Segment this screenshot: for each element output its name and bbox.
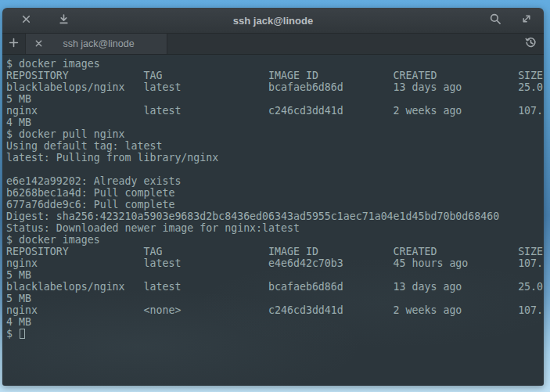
terminal-screen[interactable]: $ docker imagesREPOSITORY TAG IMAGE ID C… [2, 55, 544, 386]
terminal-line: blacklabelops/nginx latest bcafaeb6d86d … [6, 81, 544, 93]
tabbar: ssh jack@linode [2, 34, 544, 55]
terminal-line: 5 MB [6, 93, 544, 105]
titlebar: ssh jack@linode [2, 8, 544, 34]
prompt-line: $ [6, 328, 544, 340]
new-tab-button[interactable] [2, 34, 26, 54]
fullscreen-button[interactable] [520, 14, 533, 27]
resize-diagonal-icon [521, 13, 532, 27]
terminal-line: b6268bec1a4d: Pull complete [6, 187, 544, 199]
terminal-line: 677a76dde9c6: Pull complete [6, 199, 544, 210]
terminal-line: nginx latest c246cd3dd41d 2 weeks ago 10… [6, 105, 544, 117]
prompt-text: $ [6, 328, 19, 340]
terminal-line: e6e142a99202: Already exists [6, 175, 544, 187]
terminal-line: 5 MB [6, 293, 544, 304]
terminal-cursor [20, 329, 25, 339]
terminal-window: ssh jack@linode [2, 8, 544, 386]
terminal-line: nginx latest e4e6d42c70b3 45 hours ago 1… [6, 257, 544, 269]
terminal-line: REPOSITORY TAG IMAGE ID CREATED SIZE [6, 70, 544, 81]
desktop-background: ssh jack@linode [0, 0, 550, 392]
session-history-button[interactable] [522, 34, 539, 54]
terminal-output: $ docker imagesREPOSITORY TAG IMAGE ID C… [6, 58, 544, 328]
terminal-line: $ docker images [6, 234, 544, 246]
search-button[interactable] [489, 14, 501, 27]
terminal-line: REPOSITORY TAG IMAGE ID CREATED SIZE [6, 246, 544, 257]
terminal-line: $ docker images [6, 58, 544, 70]
history-clock-icon [525, 37, 537, 52]
tab-title: ssh jack@linode [46, 38, 167, 49]
close-icon [34, 37, 43, 51]
window-title: ssh jack@linode [2, 15, 544, 27]
split-down-button[interactable] [57, 14, 70, 27]
search-icon [490, 13, 501, 28]
plus-icon [9, 37, 19, 51]
window-close-button[interactable] [20, 14, 32, 27]
terminal-line: Using default tag: latest [6, 140, 544, 152]
terminal-line: 5 MB [6, 269, 544, 281]
terminal-line [6, 164, 544, 175]
terminal-line: nginx <none> c246cd3dd41d 2 weeks ago 10… [6, 304, 544, 316]
tab-ssh-session[interactable]: ssh jack@linode [26, 34, 167, 54]
arrow-down-to-bar-icon [59, 13, 69, 27]
terminal-line: 4 MB [6, 117, 544, 128]
close-icon [21, 13, 31, 27]
terminal-line: 4 MB [6, 316, 544, 328]
terminal-line: latest: Pulling from library/nginx [6, 152, 544, 164]
terminal-line: $ docker pull nginx [6, 128, 544, 140]
terminal-line: Digest: sha256:423210a5903e9683d2bc8436e… [6, 210, 544, 222]
terminal-line: Status: Downloaded newer image for nginx… [6, 222, 544, 234]
terminal-line: blacklabelops/nginx latest bcafaeb6d86d … [6, 281, 544, 293]
tab-close-button[interactable] [31, 36, 46, 52]
